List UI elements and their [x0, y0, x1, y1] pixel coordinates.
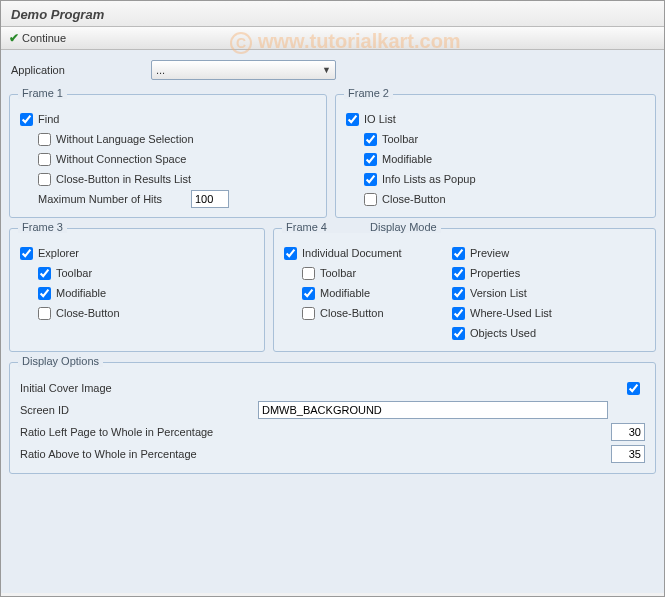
ratio-above-input[interactable] [611, 445, 645, 463]
without-lang-checkbox[interactable] [38, 133, 51, 146]
initial-cover-label: Initial Cover Image [20, 382, 250, 394]
frame-3: Frame 3 Explorer Toolbar Modifiable Clos… [9, 228, 265, 352]
io-list-checkbox[interactable] [346, 113, 359, 126]
individual-doc-label: Individual Document [302, 247, 402, 259]
continue-label: Continue [22, 32, 66, 44]
display-mode-label: Display Mode [370, 221, 437, 233]
explorer-label: Explorer [38, 247, 79, 259]
check-icon: ✔ [9, 31, 19, 45]
display-options-frame: Display Options Initial Cover Image Scre… [9, 362, 656, 474]
ratio-above-label: Ratio Above to Whole in Percentage [20, 448, 250, 460]
f3-close-checkbox[interactable] [38, 307, 51, 320]
ratio-left-input[interactable] [611, 423, 645, 441]
f3-toolbar-label: Toolbar [56, 267, 92, 279]
objects-used-checkbox[interactable] [452, 327, 465, 340]
f3-modifiable-label: Modifiable [56, 287, 106, 299]
where-used-checkbox[interactable] [452, 307, 465, 320]
max-hits-label: Maximum Number of Hits [38, 193, 183, 205]
frame-2: Frame 2 IO List Toolbar Modifiable Info … [335, 94, 656, 218]
continue-button[interactable]: ✔ Continue [9, 31, 66, 45]
without-conn-label: Without Connection Space [56, 153, 186, 165]
version-list-checkbox[interactable] [452, 287, 465, 300]
properties-checkbox[interactable] [452, 267, 465, 280]
application-dropdown[interactable]: ... ▼ [151, 60, 336, 80]
properties-label: Properties [470, 267, 520, 279]
close-results-checkbox[interactable] [38, 173, 51, 186]
without-conn-checkbox[interactable] [38, 153, 51, 166]
page-title: Demo Program [11, 7, 654, 22]
f2-modifiable-checkbox[interactable] [364, 153, 377, 166]
f4-modifiable-label: Modifiable [320, 287, 370, 299]
frame-3-title: Frame 3 [18, 221, 67, 233]
preview-label: Preview [470, 247, 509, 259]
info-popup-checkbox[interactable] [364, 173, 377, 186]
f4-close-checkbox[interactable] [302, 307, 315, 320]
frame-2-title: Frame 2 [344, 87, 393, 99]
initial-cover-checkbox[interactable] [627, 382, 640, 395]
max-hits-input[interactable] [191, 190, 229, 208]
preview-checkbox[interactable] [452, 247, 465, 260]
explorer-checkbox[interactable] [20, 247, 33, 260]
io-list-label: IO List [364, 113, 396, 125]
objects-used-label: Objects Used [470, 327, 536, 339]
f2-close-checkbox[interactable] [364, 193, 377, 206]
frame-4-title: Frame 4 Display Mode [282, 221, 441, 233]
screen-id-label: Screen ID [20, 404, 250, 416]
version-list-label: Version List [470, 287, 527, 299]
f3-close-label: Close-Button [56, 307, 120, 319]
frame-4: Frame 4 Display Mode Individual Document… [273, 228, 656, 352]
chevron-down-icon: ▼ [322, 65, 331, 75]
f3-toolbar-checkbox[interactable] [38, 267, 51, 280]
f2-modifiable-label: Modifiable [382, 153, 432, 165]
header-bar: Demo Program [1, 1, 664, 27]
f3-modifiable-checkbox[interactable] [38, 287, 51, 300]
application-label: Application [11, 64, 71, 76]
f2-toolbar-checkbox[interactable] [364, 133, 377, 146]
f4-close-label: Close-Button [320, 307, 384, 319]
f4-toolbar-label: Toolbar [320, 267, 356, 279]
display-options-title: Display Options [18, 355, 103, 367]
ratio-left-label: Ratio Left Page to Whole in Percentage [20, 426, 250, 438]
screen-id-input[interactable] [258, 401, 608, 419]
find-label: Find [38, 113, 59, 125]
find-checkbox[interactable] [20, 113, 33, 126]
without-lang-label: Without Language Selection [56, 133, 194, 145]
individual-doc-checkbox[interactable] [284, 247, 297, 260]
application-selected: ... [156, 64, 165, 76]
frame-1: Frame 1 Find Without Language Selection … [9, 94, 327, 218]
where-used-label: Where-Used List [470, 307, 552, 319]
f2-toolbar-label: Toolbar [382, 133, 418, 145]
f2-close-label: Close-Button [382, 193, 446, 205]
info-popup-label: Info Lists as Popup [382, 173, 476, 185]
frame-1-title: Frame 1 [18, 87, 67, 99]
toolbar: ✔ Continue [1, 27, 664, 50]
content-area: Application ... ▼ Frame 1 Find Without L… [1, 50, 664, 593]
f4-toolbar-checkbox[interactable] [302, 267, 315, 280]
close-results-label: Close-Button in Results List [56, 173, 191, 185]
f4-modifiable-checkbox[interactable] [302, 287, 315, 300]
